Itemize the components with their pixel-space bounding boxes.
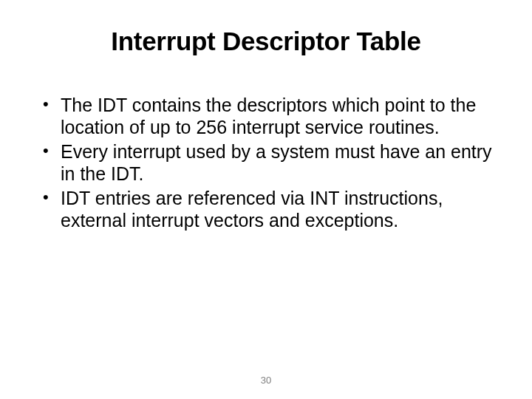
slide: Interrupt Descriptor Table The IDT conta… bbox=[0, 0, 532, 399]
list-item: IDT entries are referenced via INT instr… bbox=[43, 188, 502, 231]
slide-title: Interrupt Descriptor Table bbox=[30, 27, 502, 56]
list-item: Every interrupt used by a system must ha… bbox=[43, 141, 502, 185]
bullet-list: The IDT contains the descriptors which p… bbox=[30, 95, 502, 231]
page-number: 30 bbox=[0, 375, 532, 386]
list-item: The IDT contains the descriptors which p… bbox=[43, 95, 502, 138]
